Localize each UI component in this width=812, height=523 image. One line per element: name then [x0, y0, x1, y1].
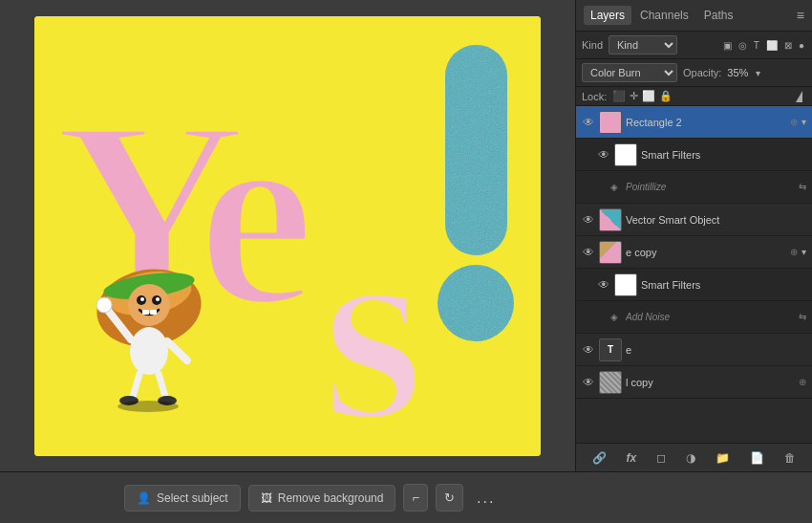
rotate-tool-button[interactable]: ↻ — [436, 484, 463, 512]
visibility-icon[interactable]: 👁 — [582, 343, 595, 357]
layer-thumbnail — [599, 208, 622, 231]
panel-tabs: Layers Channels Paths — [584, 6, 739, 25]
canvas-wrapper: Y e s — [34, 16, 541, 456]
visibility-icon[interactable]: 👁 — [582, 376, 595, 389]
layer-item[interactable]: ◈ Add Noise ⇆ — [576, 301, 812, 334]
blend-mode-select[interactable]: Color Burn — [582, 63, 677, 82]
filter-dot-icon[interactable]: ● — [797, 39, 806, 52]
filter-smart-icon[interactable]: ⊠ — [782, 39, 794, 52]
panel-header: Layers Channels Paths ≡ — [576, 0, 812, 32]
svg-text:s: s — [321, 179, 425, 456]
svg-rect-6 — [445, 45, 507, 255]
tab-layers[interactable]: Layers — [584, 6, 631, 25]
svg-point-27 — [118, 401, 179, 412]
lock-row: Lock: ⬛ ✛ ⬜ 🔒 — [576, 87, 812, 106]
layer-options-icon[interactable]: ⊕ — [790, 247, 798, 257]
layer-item[interactable]: 👁 T e — [576, 334, 812, 366]
layer-name: Smart Filters — [641, 149, 806, 161]
filter-options-icon[interactable]: ⇆ — [799, 182, 806, 192]
more-options-button[interactable]: ... — [471, 486, 501, 511]
svg-point-21 — [96, 297, 112, 313]
panel-menu-button[interactable]: ≡ — [797, 8, 804, 23]
layer-name: e copy — [626, 247, 784, 258]
opacity-value[interactable]: 35% — [727, 67, 748, 78]
lock-pixels-icon[interactable]: ⬛ — [612, 90, 626, 102]
blend-row: Color Burn Opacity: 35% ▾ — [576, 59, 812, 87]
lock-artboard-icon[interactable]: ⬜ — [642, 90, 655, 102]
filter-icon: ◈ — [610, 182, 618, 192]
layer-item[interactable]: 👁 Smart Filters — [576, 139, 812, 171]
select-subject-button[interactable]: 👤 Select subject — [124, 485, 241, 512]
adjustment-icon[interactable]: ◑ — [682, 449, 699, 467]
filter-shape-icon[interactable]: ⬜ — [764, 39, 780, 52]
layer-item[interactable]: 👁 Smart Filters — [576, 269, 812, 301]
svg-point-15 — [140, 297, 144, 301]
artwork-canvas: Y e s — [34, 16, 541, 456]
filter-icon: ◈ — [610, 312, 618, 322]
filter-options-icon[interactable]: ⇆ — [799, 312, 806, 322]
delete-layer-icon[interactable]: 🗑 — [780, 449, 800, 467]
visibility-icon[interactable]: 👁 — [597, 278, 610, 292]
panel-bottom-controls: 🔗 fx ◻ ◑ 📁 📄 🗑 — [576, 443, 812, 471]
visibility-icon[interactable]: 👁 — [582, 213, 595, 227]
new-group-icon[interactable]: 📁 — [712, 449, 734, 467]
visibility-icon[interactable]: 👁 — [597, 148, 610, 162]
layer-name: Smart Filters — [641, 279, 806, 291]
canvas-area: Y e s — [0, 0, 575, 471]
svg-point-19 — [130, 327, 168, 375]
svg-rect-17 — [142, 310, 149, 315]
layer-options-icon[interactable]: ⊕ — [799, 377, 806, 387]
rotate-icon: ↻ — [444, 490, 455, 505]
layer-item[interactable]: ◈ Pointillize ⇆ — [576, 171, 812, 204]
remove-bg-icon: 🖼 — [261, 491, 272, 505]
lock-all-icon[interactable]: 🔒 — [659, 90, 673, 102]
layers-list[interactable]: 👁 Rectangle 2 ⊕ ▾ 👁 Smart Filters ◈ Poin… — [576, 106, 812, 443]
right-panel: Layers Channels Paths ≡ Kind Kind ▣ ◎ T … — [575, 0, 812, 471]
filter-type-icon[interactable]: T — [752, 39, 761, 52]
svg-point-12 — [128, 284, 170, 326]
svg-point-16 — [156, 297, 160, 301]
layer-thumbnail — [614, 273, 637, 296]
layer-name: Pointillize — [626, 182, 795, 192]
fill-indicator — [796, 91, 802, 102]
new-layer-icon[interactable]: 📄 — [746, 449, 768, 467]
crop-tool-button[interactable]: ⌐ — [403, 484, 428, 512]
filter-pixel-icon[interactable]: ▣ — [721, 39, 734, 52]
fx-icon[interactable]: fx — [623, 449, 641, 467]
add-mask-icon[interactable]: ◻ — [652, 449, 670, 467]
lock-icons: ⬛ ✛ ⬜ 🔒 — [612, 90, 673, 102]
visibility-icon[interactable]: 👁 — [582, 116, 595, 129]
layer-thumbnail — [599, 241, 622, 264]
kind-select[interactable]: Kind — [609, 35, 677, 54]
opacity-dropdown[interactable]: ▾ — [756, 68, 760, 78]
bottom-toolbar: 👤 Select subject 🖼 Remove background ⌐ ↻… — [0, 471, 812, 523]
lock-position-icon[interactable]: ✛ — [630, 90, 638, 102]
tab-paths[interactable]: Paths — [697, 6, 740, 25]
filter-adjust-icon[interactable]: ◎ — [737, 39, 749, 52]
tab-channels[interactable]: Channels — [633, 6, 695, 25]
layer-item[interactable]: 👁 e copy ⊕ ▾ — [576, 236, 812, 269]
lock-label: Lock: — [582, 91, 607, 102]
remove-background-button[interactable]: 🖼 Remove background — [248, 485, 396, 512]
kind-icons: ▣ ◎ T ⬜ ⊠ ● — [721, 39, 806, 52]
crop-icon: ⌐ — [412, 490, 419, 505]
layer-item[interactable]: 👁 Vector Smart Object — [576, 204, 812, 236]
layer-name: Rectangle 2 — [626, 117, 784, 128]
select-subject-label: Select subject — [157, 491, 228, 505]
layer-expand-icon[interactable]: ▾ — [801, 117, 806, 127]
layer-name: e — [626, 344, 806, 356]
svg-text:e: e — [197, 64, 315, 361]
artwork-svg: Y e s — [34, 16, 541, 456]
link-layers-icon[interactable]: 🔗 — [588, 449, 610, 467]
layer-thumbnail — [599, 371, 622, 394]
kind-label: Kind — [582, 39, 603, 51]
layer-item[interactable]: 👁 l copy ⊕ — [576, 366, 812, 399]
kind-row: Kind Kind ▣ ◎ T ⬜ ⊠ ● — [576, 32, 812, 59]
visibility-icon[interactable]: 👁 — [582, 246, 595, 259]
layer-options-icon[interactable]: ⊕ — [790, 117, 798, 127]
layer-expand-icon[interactable]: ▾ — [801, 247, 806, 257]
layer-item[interactable]: 👁 Rectangle 2 ⊕ ▾ — [576, 106, 812, 139]
layer-thumbnail: T — [599, 338, 622, 361]
main-area: Y e s — [0, 0, 812, 471]
remove-bg-label: Remove background — [278, 491, 384, 505]
